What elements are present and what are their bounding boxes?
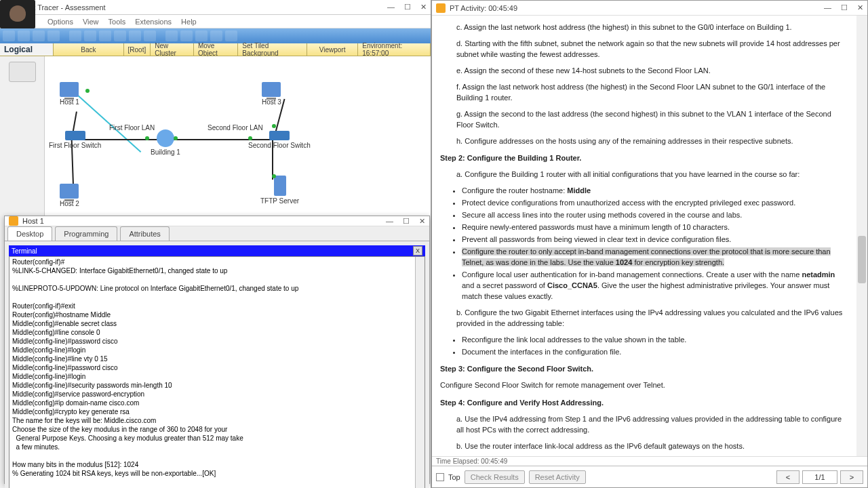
menu-extensions[interactable]: Extensions [135,18,172,26]
host-tabs: Desktop Programming Attributes [5,226,429,241]
label-sflan: Second Floor LAN [208,124,263,131]
maximize-icon[interactable]: ☐ [841,3,848,12]
instr-d: d. Starting with the fifth subnet, subne… [456,39,848,60]
time-elapsed: Time Elapsed: 00:45:49 [432,456,867,466]
toolbar-button[interactable] [84,30,96,41]
close-icon[interactable]: ✕ [420,3,427,12]
step2-title: Step 2: Configure the Building 1 Router. [440,153,848,164]
pt-titlebar: acket Tracer - Assessment — ☐ ✕ [0,0,431,15]
step3-body: Configure Second Floor Switch for remote… [440,380,848,391]
toolbar-button[interactable] [18,30,30,41]
host-titlebar: Host 1 — ☐ ✕ [5,216,429,226]
btn-new-cluster[interactable]: New Cluster [151,43,194,56]
tab-programming[interactable]: Programming [55,226,117,241]
pt-toolbar [0,28,431,43]
page-indicator: 1/1 [802,470,837,484]
app-icon [436,3,446,13]
sidebar-tool[interactable] [9,62,36,82]
toolbar-button[interactable] [114,30,126,41]
instructions-pane[interactable]: c. Assign the last network host address … [432,16,867,456]
next-button[interactable]: > [840,470,863,484]
list-item: Configure the router hostname: Middle [462,186,848,197]
top-checkbox[interactable] [436,473,444,481]
menu-view[interactable]: View [83,18,99,26]
toolbar-button[interactable] [99,30,111,41]
device-host1[interactable]: Host 1 [60,82,79,106]
minimize-icon[interactable]: — [387,3,395,12]
list-item: Reconfigure the link local addresses to … [462,335,848,346]
toolbar-button[interactable] [180,30,193,41]
pt-menubar: Options View Tools Extensions Help [0,15,431,28]
minimize-icon[interactable]: — [824,3,831,12]
list-item: Document the interfaces in the configura… [462,347,848,358]
instr-f: f. Assign the last network host address … [456,82,848,104]
terminal-header: Terminal X [9,245,425,256]
toolbar-button[interactable] [225,30,237,41]
webcam-thumbnail [0,0,35,28]
btn-viewport[interactable]: Viewport [307,43,358,56]
prev-button[interactable]: < [776,470,800,484]
nav-back[interactable]: Back [54,43,123,56]
list-item: Configure the router to only accept in-b… [462,247,848,268]
toolbar-button[interactable] [3,30,15,41]
nav-root[interactable]: [Root] [124,43,151,56]
toolbar-button[interactable] [144,30,156,41]
terminal-close-button[interactable]: X [413,246,422,256]
label-fflan: First Floor LAN [109,124,155,131]
page-nav: < 1/1 > [776,470,863,484]
instructions-scrollbar[interactable] [856,16,867,456]
maximize-icon[interactable]: ☐ [403,217,410,226]
instr-g: g. Assign the second to the last address… [456,109,848,131]
close-icon[interactable]: ✕ [857,3,863,12]
reset-activity-button[interactable]: Reset Activity [529,470,586,484]
terminal-output[interactable]: Router(config-if)# %LINK-5-CHANGED: Inte… [9,256,425,488]
maximize-icon[interactable]: ☐ [404,3,411,12]
list-item: Require newly-entered passwords must hav… [462,222,848,233]
step2a-list: Configure the router hostname: MiddlePro… [462,186,848,302]
toolbar-button[interactable] [33,30,45,41]
btn-move-object[interactable]: Move Object [194,43,238,56]
tab-desktop[interactable]: Desktop [7,226,52,241]
device-building1-router[interactable]: Building 1 [151,129,180,156]
toolbar-button[interactable] [195,30,208,41]
list-item: Configure local user authentication for … [462,270,848,302]
terminal-scrollbar[interactable] [415,257,425,488]
app-icon [9,216,18,226]
toolbar-button[interactable] [47,30,60,41]
workspace-logical[interactable]: Logical [0,43,54,56]
step4b: b. Use the router interface link-local a… [456,441,848,452]
step4-title: Step 4: Configure and Verify Host Addres… [440,398,848,409]
close-icon[interactable]: ✕ [419,217,425,226]
instr-h: h. Configure addresses on the hosts usin… [456,136,848,147]
device-host2[interactable]: Host 2 [60,184,79,207]
menu-tools[interactable]: Tools [108,18,126,26]
activity-footer: Top Check Results Reset Activity < 1/1 > [432,466,867,487]
minimize-icon[interactable]: — [386,217,393,226]
instr-e: e. Assign the second of these new 14-hos… [456,66,848,77]
pt-title-text: acket Tracer - Assessment [18,3,387,12]
pt-workspace-bar: Logical Back [Root] New Cluster Move Obj… [0,43,431,56]
host-title-text: Host 1 [22,217,386,225]
device-host3[interactable]: Host 3 [262,82,281,106]
device-ff-switch[interactable]: First Floor Switch [49,131,101,149]
device-tftp-server[interactable]: TFTP Server [260,176,299,205]
tab-attributes[interactable]: Attributes [120,226,169,241]
host1-window: Host 1 — ☐ ✕ Desktop Programming Attribu… [4,216,430,484]
menu-options[interactable]: Options [47,18,73,26]
terminal-app: Terminal X Router(config-if)# %LINK-5-CH… [5,241,429,488]
toolbar-button[interactable] [210,30,222,41]
environment-time[interactable]: Environment: 16:57:00 [358,43,431,56]
check-results-button[interactable]: Check Results [465,470,525,484]
btn-tiled-bg[interactable]: Set Tiled Background [238,43,307,56]
toolbar-button[interactable] [129,30,141,41]
activity-title-text: PT Activity: 00:45:49 [450,4,824,12]
toolbar-button[interactable] [165,30,178,41]
activity-window: PT Activity: 00:45:49 — ☐ ✕ c. Assign th… [431,0,868,488]
device-sf-switch[interactable]: Second Floor Switch [248,131,311,149]
menu-help[interactable]: Help [181,18,197,26]
toolbar-button[interactable] [69,30,81,41]
step2b: b. Configure the two Gigabit Ethernet in… [456,308,848,329]
step2a: a. Configure the Building 1 router with … [456,169,848,180]
top-label: Top [448,473,460,481]
step4a: a. Use the IPv4 addressing from Step 1 a… [456,414,848,436]
